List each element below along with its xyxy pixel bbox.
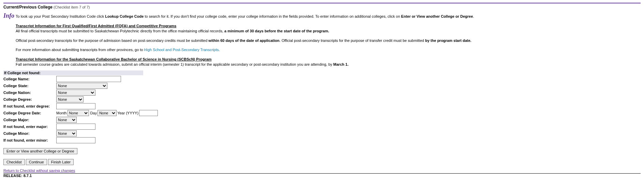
minor-not-found-input[interactable] xyxy=(56,137,95,143)
transcripts-link[interactable]: High School and Post-Secondary Transcrip… xyxy=(144,48,219,52)
fqfa-p1b: a minimum of 30 days before the start da… xyxy=(224,29,329,33)
label-degree-not-found: If not found, enter degree: xyxy=(3,104,56,108)
label-college-state: College State: xyxy=(3,84,56,88)
checklist-button[interactable]: Checklist xyxy=(3,159,25,165)
label-college-minor: College Minor: xyxy=(3,131,56,135)
continue-button[interactable]: Continue xyxy=(26,159,47,165)
p2d: by the program start date. xyxy=(425,38,471,43)
fqfa-p1a: All final official transcripts must be s… xyxy=(16,29,224,33)
info-text-1e: . xyxy=(473,14,474,18)
p2a: Official post-secondary transcripts for … xyxy=(16,38,208,43)
label-college-name: College Name: xyxy=(3,77,56,81)
not-found-header: If College not found: xyxy=(3,70,143,75)
label-day: Day xyxy=(90,111,97,115)
info-text-1c: to search for it. If you don't find your… xyxy=(144,14,401,18)
finish-later-button[interactable]: Finish Later xyxy=(48,159,74,165)
transcript-p3: For more information about submitting tr… xyxy=(16,47,641,52)
info-block: Info To look up your Post Secondary Inst… xyxy=(3,12,641,67)
lookup-college-code-text: Lookup College Code xyxy=(105,14,144,18)
return-to-checklist-link[interactable]: Return to Checklist without saving chang… xyxy=(3,169,75,173)
p2c: . Official post-secondary transcripts fo… xyxy=(280,38,425,43)
enter-view-another-text: Enter or View another College or Degree xyxy=(401,14,473,18)
college-state-select[interactable]: None xyxy=(56,83,107,89)
fqfa-heading: Transcript Information for First Qualifi… xyxy=(16,24,176,28)
college-minor-select[interactable]: None xyxy=(56,130,77,137)
transcript-fqfa-section: Transcript Information for First Qualifi… xyxy=(16,23,641,34)
college-major-select[interactable]: None xyxy=(56,117,77,123)
enter-view-another-button[interactable]: Enter or View another College or Degree xyxy=(3,148,77,154)
year-input[interactable] xyxy=(139,110,158,116)
top-accent-bar xyxy=(3,3,641,3)
p4b: March 1. xyxy=(333,62,349,66)
page-title: Current/Previous College xyxy=(3,5,53,10)
major-not-found-input[interactable] xyxy=(56,124,95,130)
transcript-scbscn-section: Transcript Information for the Saskatche… xyxy=(16,57,641,67)
label-college-nation: College Nation: xyxy=(3,91,56,95)
college-degree-select[interactable]: None xyxy=(56,96,84,102)
p3a: For more information about submitting tr… xyxy=(16,48,144,52)
day-select[interactable]: None xyxy=(98,110,117,116)
label-month: Month xyxy=(56,111,67,115)
label-degree-date: College Degree Date: xyxy=(3,111,56,115)
transcript-p2: Official post-secondary transcripts for … xyxy=(16,38,641,43)
degree-not-found-input[interactable] xyxy=(56,103,95,109)
label-year: Year (YYYY) xyxy=(117,111,138,115)
month-select[interactable]: None xyxy=(68,110,89,116)
p2b: within 60 days of the date of applicatio… xyxy=(208,38,279,43)
page-subtitle: (Checklist item 7 of 7) xyxy=(54,5,90,9)
college-nation-select[interactable]: None xyxy=(56,90,95,96)
page-header: Current/Previous College (Checklist item… xyxy=(3,5,641,10)
college-name-input[interactable] xyxy=(56,76,121,82)
p3b: . xyxy=(219,48,220,52)
scbscn-heading: Transcript Information for the Saskatche… xyxy=(16,57,212,61)
college-form: If College not found: College Name: Coll… xyxy=(3,70,641,143)
release-label: RELEASE: 8.7.1 xyxy=(3,174,641,178)
info-line-1: To look up your Post Secondary Instituti… xyxy=(16,13,474,19)
p4a: Fall semester course grades are calculat… xyxy=(16,62,333,66)
label-minor-not-found: If not found, enter minor: xyxy=(3,138,56,142)
label-college-degree: College Degree: xyxy=(3,97,56,101)
label-major-not-found: If not found, enter major: xyxy=(3,125,56,129)
info-text-1a: To look up your Post Secondary Instituti… xyxy=(16,14,105,18)
info-icon: Info xyxy=(3,12,16,19)
label-college-major: College Major: xyxy=(3,118,56,122)
